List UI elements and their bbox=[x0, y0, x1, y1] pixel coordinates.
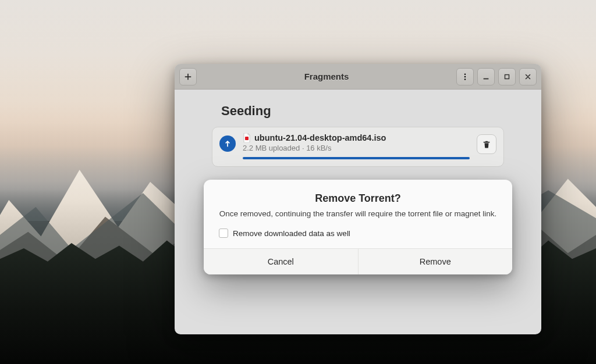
svg-point-0 bbox=[464, 73, 466, 74]
svg-rect-3 bbox=[484, 78, 489, 79]
upload-arrow-icon bbox=[224, 140, 232, 148]
delete-torrent-button[interactable] bbox=[477, 134, 496, 154]
titlebar[interactable]: Fragments bbox=[175, 64, 541, 90]
svg-point-1 bbox=[464, 76, 466, 77]
svg-rect-4 bbox=[505, 74, 509, 78]
trash-icon bbox=[483, 140, 491, 148]
minimize-button[interactable] bbox=[477, 68, 495, 85]
kebab-icon bbox=[461, 73, 469, 81]
seed-badge bbox=[219, 135, 236, 152]
torrent-row[interactable]: ubuntu-21.04-desktop-amd64.iso 2.2 MB up… bbox=[212, 127, 504, 167]
minimize-icon bbox=[482, 73, 490, 81]
torrent-status: 2.2 MB uploaded · 16 kB/s bbox=[243, 144, 470, 152]
dialog-message: Once removed, continuing the transfer wi… bbox=[219, 209, 497, 218]
remove-data-checkbox-label: Remove downloaded data as well bbox=[233, 229, 350, 238]
close-button[interactable] bbox=[519, 68, 537, 85]
menu-button[interactable] bbox=[456, 68, 474, 85]
window-content: Seeding ubuntu-21.04-desktop-amd64.iso 2… bbox=[175, 90, 541, 334]
svg-rect-5 bbox=[245, 137, 249, 140]
cancel-button[interactable]: Cancel bbox=[204, 249, 358, 274]
section-title: Seeding bbox=[221, 104, 527, 119]
torrent-name: ubuntu-21.04-desktop-amd64.iso bbox=[254, 133, 386, 142]
close-icon bbox=[524, 73, 532, 81]
remove-torrent-dialog: Remove Torrent? Once removed, continuing… bbox=[204, 180, 512, 274]
plus-icon bbox=[184, 73, 192, 81]
add-button[interactable] bbox=[179, 68, 197, 85]
remove-data-checkbox-row[interactable]: Remove downloaded data as well bbox=[219, 229, 497, 238]
remove-button[interactable]: Remove bbox=[358, 249, 513, 274]
torrent-progress bbox=[243, 157, 470, 159]
app-window: Fragments Seeding bbox=[175, 64, 541, 334]
remove-data-checkbox[interactable] bbox=[219, 229, 228, 238]
maximize-icon bbox=[503, 73, 511, 81]
torrent-info: ubuntu-21.04-desktop-amd64.iso 2.2 MB up… bbox=[243, 133, 470, 159]
dialog-title: Remove Torrent? bbox=[219, 192, 497, 205]
maximize-button[interactable] bbox=[498, 68, 516, 85]
dialog-button-row: Cancel Remove bbox=[204, 248, 512, 274]
window-title: Fragments bbox=[201, 72, 452, 81]
svg-point-2 bbox=[464, 78, 466, 80]
torrent-file-icon bbox=[243, 133, 251, 142]
